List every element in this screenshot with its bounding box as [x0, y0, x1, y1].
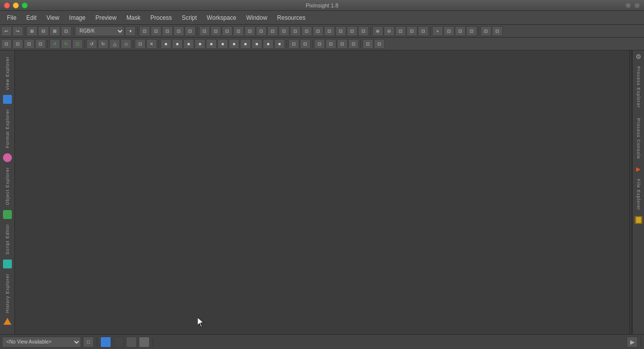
tb2-btn2[interactable]: ⊡	[12, 39, 23, 49]
tb-btn8[interactable]: ⊡	[222, 26, 233, 36]
tb-zoom-out[interactable]: ⊖	[384, 26, 395, 36]
workspace-area[interactable]	[15, 50, 629, 334]
close-button[interactable]	[4, 2, 10, 8]
tb2-btn12[interactable]: ⊡	[135, 39, 146, 49]
tb-btn6[interactable]: ⊡	[199, 26, 210, 36]
tb-btn14[interactable]: ⊡	[290, 26, 301, 36]
tb2-btn13[interactable]: ✕	[146, 39, 157, 49]
tb-more[interactable]: »	[432, 26, 443, 36]
tb-undo[interactable]: ↩	[1, 26, 12, 36]
tb-btn1[interactable]: ⊡	[139, 26, 150, 36]
tb-btn13[interactable]: ⊡	[279, 26, 289, 36]
tb2-btn25[interactable]: ⊡	[288, 39, 299, 49]
tb-screen2[interactable]: ⊡	[455, 26, 466, 36]
menu-preview[interactable]: Preview	[90, 12, 121, 23]
tb-end[interactable]: ⊡	[481, 26, 491, 36]
file-explorer-label[interactable]: File Explorer	[636, 175, 641, 215]
tb2-btn24[interactable]: ■	[274, 39, 285, 49]
color-mode-select[interactable]: RGB/K Grayscale	[75, 26, 124, 36]
tb2-btn4[interactable]: ⊡	[35, 39, 46, 49]
tb-screen3[interactable]: ⊡	[466, 26, 477, 36]
maximize-button[interactable]	[22, 2, 28, 8]
tb-btn20[interactable]: ⊡	[358, 26, 369, 36]
tb-btn7[interactable]: ⊡	[210, 26, 221, 36]
color-btn-light[interactable]	[139, 337, 150, 348]
tb-zoom-fit[interactable]: ⊡	[395, 26, 406, 36]
tb-save[interactable]: ⊟	[38, 26, 49, 36]
tb-saveas[interactable]: ⊠	[49, 26, 60, 36]
process-explorer-label[interactable]: Process Explorer	[636, 62, 641, 112]
menu-window[interactable]: Window	[241, 12, 272, 23]
tb-btn5[interactable]: ⊡	[185, 26, 196, 36]
format-explorer-icon[interactable]	[3, 153, 12, 162]
menu-resources[interactable]: Resources	[272, 12, 310, 23]
tb2-btn7[interactable]: ⊡	[72, 39, 83, 49]
menu-file[interactable]: File	[2, 12, 21, 23]
script-editor-icon[interactable]	[3, 260, 12, 268]
history-explorer-icon[interactable]	[3, 318, 11, 325]
tb-zoom-1[interactable]: ⊡	[406, 26, 417, 36]
tb-redo[interactable]: ↪	[12, 26, 23, 36]
menu-script[interactable]: Script	[177, 12, 202, 23]
play-button[interactable]: ▶	[627, 337, 638, 348]
tb-screen1[interactable]: ⊡	[443, 26, 454, 36]
tb-end2[interactable]: ⊡	[492, 26, 503, 36]
tb-close[interactable]: ⊡	[61, 26, 72, 36]
tb-btn10[interactable]: ⊡	[244, 26, 255, 36]
file-explorer-icon[interactable]	[635, 216, 643, 224]
script-editor-label[interactable]: Script Editor	[5, 220, 10, 259]
color-btn-mid[interactable]	[126, 337, 137, 348]
tb2-btn26[interactable]: ⊡	[300, 39, 311, 49]
tb2-btn32[interactable]: ⊡	[374, 39, 385, 49]
object-explorer-icon[interactable]	[3, 210, 12, 219]
menu-view[interactable]: View	[41, 12, 64, 23]
tb-btn15[interactable]: ⊡	[301, 26, 312, 36]
tb-btn16[interactable]: ⊡	[313, 26, 323, 36]
color-btn-dark[interactable]	[113, 337, 124, 348]
tb2-btn3[interactable]: ⊡	[24, 39, 35, 49]
tb2-btn11[interactable]: ◇	[121, 39, 131, 49]
tb-btn17[interactable]: ⊡	[324, 26, 335, 36]
tb-btn18[interactable]: ⊡	[335, 26, 346, 36]
tb2-btn9[interactable]: ↻	[98, 39, 109, 49]
tb2-btn1[interactable]: ⊡	[1, 39, 12, 49]
minimize-button[interactable]	[13, 2, 19, 8]
tb2-btn28[interactable]: ⊡	[325, 39, 336, 49]
tb2-btn22[interactable]: ■	[251, 39, 262, 49]
tb-open[interactable]: ⊞	[27, 26, 38, 36]
win-restore[interactable]: □	[634, 2, 640, 8]
tb2-btn21[interactable]: ■	[240, 39, 251, 49]
tb2-btn15[interactable]: ■	[172, 39, 183, 49]
tb-btn2[interactable]: ⊡	[151, 26, 161, 36]
view-explorer-icon[interactable]	[3, 95, 12, 104]
tb-btn9[interactable]: ⊡	[233, 26, 244, 36]
tb2-btn20[interactable]: ■	[229, 39, 240, 49]
object-explorer-label[interactable]: Object Explorer	[5, 163, 10, 209]
tb2-btn8[interactable]: ↺	[86, 39, 97, 49]
tb2-btn31[interactable]: ⊡	[362, 39, 373, 49]
tb2-btn29[interactable]: ⊡	[337, 39, 348, 49]
tb2-btn23[interactable]: ■	[263, 39, 274, 49]
tb-colormode-drop[interactable]: ▾	[125, 26, 136, 36]
history-explorer-label[interactable]: History Explorer	[5, 269, 10, 317]
tb-btn3[interactable]: ⊡	[162, 26, 173, 36]
menu-image[interactable]: Image	[64, 12, 90, 23]
view-explorer-label[interactable]: View Explorer	[5, 52, 10, 94]
menu-workspace[interactable]: Workspace	[202, 12, 242, 23]
tb2-btn10[interactable]: △	[109, 39, 120, 49]
process-console-label[interactable]: Process Console	[636, 114, 641, 163]
tb2-btn14[interactable]: ■	[161, 39, 171, 49]
view-selector[interactable]: <No View Available>	[2, 337, 81, 348]
tb2-btn5[interactable]: ↺	[49, 39, 60, 49]
tb-btn12[interactable]: ⊡	[267, 26, 278, 36]
tb2-btn27[interactable]: ⊡	[314, 39, 325, 49]
win-close[interactable]: ×	[625, 2, 631, 8]
tb2-btn6[interactable]: ↻	[61, 39, 72, 49]
color-btn-blue[interactable]	[100, 337, 111, 348]
tb-zoom-in[interactable]: ⊕	[372, 26, 383, 36]
format-explorer-label[interactable]: Format Explorer	[5, 105, 10, 152]
tb-zoom-2[interactable]: ⊡	[418, 26, 429, 36]
menu-edit[interactable]: Edit	[21, 12, 41, 23]
gear-icon[interactable]: ⚙	[635, 52, 643, 60]
tb-btn11[interactable]: ⊡	[256, 26, 267, 36]
